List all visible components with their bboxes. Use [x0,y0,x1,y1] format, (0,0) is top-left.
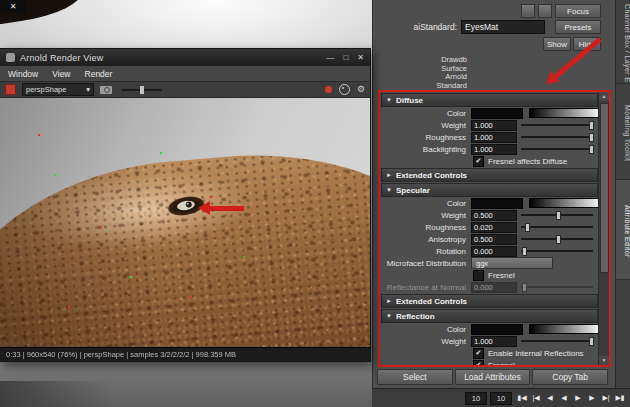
caret-right-icon: ► [386,298,392,304]
slider[interactable] [521,133,593,142]
window-titlebar[interactable]: Arnold Render View — □ ✕ [0,49,370,66]
slider[interactable] [521,121,593,130]
attr-row-specular-reflectance: Reflectance at Normal 0.000 [380,281,599,293]
step-forward-key-button[interactable]: ▶ [585,391,599,405]
zoom-slider-handle[interactable] [140,86,144,94]
frame-field-current[interactable]: 10 [465,392,487,405]
attr-label: Weight [382,121,471,130]
color-slider[interactable] [529,198,603,208]
value-field[interactable]: 1.000 [471,144,517,155]
checkbox-checked[interactable]: ✔ [473,360,484,368]
scrollbar[interactable]: ▲ ▼ [598,92,609,365]
scroll-down-icon[interactable]: ▼ [599,356,609,365]
value-field[interactable]: 0.000 [471,246,517,257]
attr-row-specular-fresnel: Fresnel [380,269,599,281]
play-forwards-button[interactable]: ▶ [571,391,585,405]
menu-window[interactable]: Window [8,69,38,79]
render-region-swatch-icon[interactable] [5,84,16,95]
zoom-slider[interactable] [122,89,162,91]
close-icon[interactable]: ✕ [10,2,17,11]
checkbox-unchecked[interactable] [473,270,484,281]
gear-icon[interactable]: ⚙ [357,85,365,94]
dropdown-value: ggx [476,259,488,268]
section-header-extended-controls-1[interactable]: ► Extended Controls [381,168,598,182]
copy-tab-button[interactable]: Copy Tab [532,369,608,385]
color-swatch[interactable] [471,108,523,119]
snapshot-camera-icon[interactable] [100,86,112,94]
slider[interactable] [521,211,593,220]
value-field[interactable]: 0.500 [471,210,517,221]
highlighted-attributes-box: ▼ Diffuse Color Weight 1.000 Roughness 1… [378,90,611,367]
show-button[interactable]: Show [543,37,571,51]
attr-row-specular-roughness: Roughness 0.020 [380,221,599,233]
panel-tab-strip: Channel Box / Layer Editor Modeling Tool… [615,0,630,388]
color-slider[interactable] [529,108,603,118]
menu-view[interactable]: View [52,69,70,79]
maximize-icon[interactable]: □ [343,53,348,62]
attr-row-anisotropy: Anisotropy 0.500 [380,233,599,245]
go-to-start-button[interactable]: ▮◀ [515,391,529,405]
broadcast-icon[interactable] [339,84,350,95]
scroll-up-icon[interactable]: ▲ [599,92,609,101]
scrollbar-thumb[interactable] [600,103,609,273]
go-to-end-button[interactable]: ▶▮ [613,391,627,405]
node-classification-list: Drawdb Surface Arnold Standard [373,56,467,90]
attr-row-specular-weight: Weight 0.500 [380,209,599,221]
step-back-frame-button[interactable]: |◀ [529,391,543,405]
checkbox-label: Fresnel [488,271,515,280]
presets-button[interactable]: Presets [555,20,601,34]
texture-icon-button[interactable] [538,4,552,18]
section-header-reflection[interactable]: ▼ Reflection [381,309,598,323]
step-back-key-button[interactable]: ◀ [543,391,557,405]
slider[interactable] [521,235,593,244]
attr-row-diffuse-color: Color [380,107,599,119]
value-field[interactable]: 1.000 [471,336,517,347]
menu-render[interactable]: Render [85,69,113,79]
minimize-icon[interactable]: — [326,53,334,62]
ae-header-row-1: Focus [521,4,601,18]
focus-button[interactable]: Focus [555,4,601,18]
microfacet-dropdown[interactable]: ggx [471,257,553,269]
color-swatch[interactable] [471,198,523,209]
creature-eyeball [176,200,195,212]
section-header-specular[interactable]: ▼ Specular [381,183,598,197]
rendered-image-area[interactable] [0,98,370,347]
color-slider[interactable] [529,324,603,334]
tab-attribute-editor[interactable]: Attribute Editor [616,180,630,280]
tab-modeling-toolkit[interactable]: Modeling Toolkit [616,84,630,180]
render-status-dot-icon [325,86,332,93]
attr-row-specular-color: Color [380,197,599,209]
node-icon-button[interactable] [521,4,535,18]
tree-item-standard[interactable]: Standard [373,82,467,91]
frame-field-end[interactable]: 10 [490,392,512,405]
slider[interactable] [521,145,593,154]
load-attributes-button[interactable]: Load Attributes [455,369,531,385]
select-button[interactable]: Select [377,369,453,385]
attr-label: Roughness [382,223,471,232]
attr-row-fresnel-affects-diffuse: ✔ Fresnel affects Diffuse [380,155,599,167]
node-name-field[interactable]: EyesMat [461,20,545,34]
play-backwards-button[interactable]: ◀ [557,391,571,405]
checkbox-checked[interactable]: ✔ [473,156,484,167]
attr-label: Color [382,199,471,208]
checkbox-checked[interactable]: ✔ [473,348,484,359]
slider[interactable] [521,337,593,346]
slider[interactable] [521,247,593,256]
viewport-close-chip[interactable]: ✕ [0,0,26,13]
value-field[interactable]: 1.000 [471,132,517,143]
value-field[interactable]: 0.500 [471,234,517,245]
attr-label: Weight [382,211,471,220]
section-header-extended-controls-2[interactable]: ► Extended Controls [381,294,598,308]
slider[interactable] [521,223,593,232]
camera-dropdown[interactable]: perspShape ▾ [22,83,94,96]
check-icon: ✔ [476,157,482,165]
attr-label: Anisotropy [382,235,471,244]
value-field[interactable]: 0.020 [471,222,517,233]
ae-header-row-2: aiStandard: EyesMat Presets [373,20,601,34]
close-icon[interactable]: ✕ [357,53,364,62]
section-header-diffuse[interactable]: ▼ Diffuse [381,93,598,107]
value-field[interactable]: 1.000 [471,120,517,131]
color-swatch[interactable] [471,324,523,335]
tab-channel-box-layer-editor[interactable]: Channel Box / Layer Editor [616,0,630,84]
step-forward-frame-button[interactable]: ▶| [599,391,613,405]
